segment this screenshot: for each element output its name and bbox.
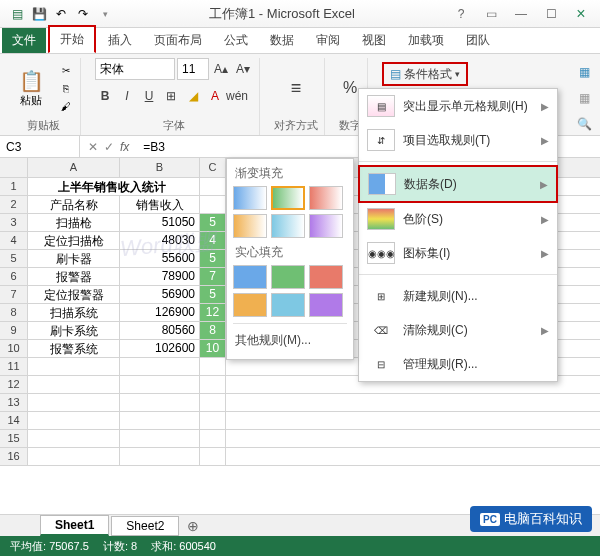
header-cell[interactable]: 产品名称 — [28, 196, 120, 213]
gradient-lightblue[interactable] — [271, 214, 305, 238]
row-header[interactable]: 7 — [0, 286, 28, 303]
tab-file[interactable]: 文件 — [2, 28, 46, 53]
font-size-select[interactable]: 11 — [177, 58, 209, 80]
decrease-font-icon[interactable]: A▾ — [233, 59, 253, 79]
solid-lightblue[interactable] — [271, 293, 305, 317]
col-header-a[interactable]: A — [28, 158, 120, 177]
row-header[interactable]: 11 — [0, 358, 28, 375]
tab-addins[interactable]: 加载项 — [398, 28, 454, 53]
cell[interactable]: 55600 — [120, 250, 200, 267]
qat-dropdown-icon[interactable]: ▾ — [96, 5, 114, 23]
row-header[interactable]: 16 — [0, 448, 28, 465]
menu-highlight-cells[interactable]: ▤ 突出显示单元格规则(H) ▶ — [359, 89, 557, 123]
help-icon[interactable]: ? — [450, 5, 472, 23]
maximize-icon[interactable]: ☐ — [540, 5, 562, 23]
cell[interactable] — [28, 430, 120, 447]
cell[interactable]: 78900 — [120, 268, 200, 285]
cell[interactable]: 126900 — [120, 304, 200, 321]
cell[interactable]: 5 — [200, 214, 226, 231]
gradient-purple[interactable] — [309, 214, 343, 238]
cell[interactable]: 扫描枪 — [28, 214, 120, 231]
fx-icon[interactable]: fx — [120, 140, 129, 154]
font-color-icon[interactable]: A — [205, 86, 225, 106]
paste-button[interactable]: 📋 粘贴 — [12, 69, 50, 108]
enter-icon[interactable]: ✓ — [104, 140, 114, 154]
sheet-tab-1[interactable]: Sheet1 — [40, 515, 109, 536]
cell[interactable]: 报警系统 — [28, 340, 120, 357]
solid-red[interactable] — [309, 265, 343, 289]
add-sheet-button[interactable]: ⊕ — [181, 516, 205, 536]
cell[interactable]: 7 — [200, 268, 226, 285]
cell[interactable] — [120, 412, 200, 429]
row-header[interactable]: 4 — [0, 232, 28, 249]
cell[interactable]: 12 — [200, 304, 226, 321]
tab-page-layout[interactable]: 页面布局 — [144, 28, 212, 53]
percent-icon[interactable]: % — [340, 78, 360, 98]
cell[interactable]: 5 — [200, 286, 226, 303]
underline-button[interactable]: U — [139, 86, 159, 106]
cell[interactable] — [200, 430, 226, 447]
font-name-select[interactable]: 宋体 — [95, 58, 175, 80]
cell[interactable] — [28, 394, 120, 411]
row-header[interactable]: 9 — [0, 322, 28, 339]
formula-input[interactable]: =B3 — [137, 140, 165, 154]
gradient-red[interactable] — [309, 186, 343, 210]
cell[interactable]: 刷卡器 — [28, 250, 120, 267]
cell[interactable]: 80560 — [120, 322, 200, 339]
close-icon[interactable]: × — [570, 5, 592, 23]
cell[interactable]: 51050 — [120, 214, 200, 231]
row-header[interactable]: 6 — [0, 268, 28, 285]
cell[interactable]: 定位扫描枪 — [28, 232, 120, 249]
cell[interactable] — [28, 358, 120, 375]
header-cell[interactable]: 销售收入 — [120, 196, 200, 213]
cell[interactable]: 刷卡系统 — [28, 322, 120, 339]
row-header[interactable]: 2 — [0, 196, 28, 213]
format-table-icon[interactable]: ▦ — [574, 62, 594, 82]
save-icon[interactable]: 💾 — [30, 5, 48, 23]
select-all-corner[interactable] — [0, 158, 28, 177]
cell[interactable] — [120, 358, 200, 375]
cell[interactable] — [200, 448, 226, 465]
cell[interactable] — [28, 448, 120, 465]
undo-icon[interactable]: ↶ — [52, 5, 70, 23]
solid-green[interactable] — [271, 265, 305, 289]
phonetic-icon[interactable]: wén — [227, 86, 247, 106]
menu-clear-rules[interactable]: ⌫ 清除规则(C) ▶ — [359, 313, 557, 347]
align-icon[interactable]: ≡ — [286, 78, 306, 98]
menu-icon-sets[interactable]: ◉◉◉ 图标集(I) ▶ — [359, 236, 557, 270]
gradient-green[interactable] — [271, 186, 305, 210]
title-cell[interactable]: 上半年销售收入统计 — [28, 178, 200, 195]
format-painter-icon[interactable]: 🖌 — [58, 98, 74, 114]
cell[interactable]: 56900 — [120, 286, 200, 303]
menu-color-scales[interactable]: 色阶(S) ▶ — [359, 202, 557, 236]
solid-orange[interactable] — [233, 293, 267, 317]
cell[interactable] — [200, 196, 226, 213]
tab-team[interactable]: 团队 — [456, 28, 500, 53]
tab-review[interactable]: 审阅 — [306, 28, 350, 53]
row-header[interactable]: 14 — [0, 412, 28, 429]
cell[interactable]: 4 — [200, 232, 226, 249]
row-header[interactable]: 15 — [0, 430, 28, 447]
border-icon[interactable]: ⊞ — [161, 86, 181, 106]
other-rules-item[interactable]: 其他规则(M)... — [233, 328, 347, 353]
ribbon-options-icon[interactable]: ▭ — [480, 5, 502, 23]
cell[interactable]: 102600 — [120, 340, 200, 357]
fill-color-icon[interactable]: ◢ — [183, 86, 203, 106]
gradient-orange[interactable] — [233, 214, 267, 238]
cell[interactable] — [120, 448, 200, 465]
col-header-b[interactable]: B — [120, 158, 200, 177]
row-header[interactable]: 5 — [0, 250, 28, 267]
row-header[interactable]: 10 — [0, 340, 28, 357]
cell[interactable]: 5 — [200, 250, 226, 267]
name-box[interactable]: C3 — [0, 136, 80, 157]
cell[interactable]: 扫描系统 — [28, 304, 120, 321]
row-header[interactable]: 13 — [0, 394, 28, 411]
row-header[interactable]: 1 — [0, 178, 28, 195]
tab-view[interactable]: 视图 — [352, 28, 396, 53]
cell-styles-icon[interactable]: ▦ — [574, 88, 594, 108]
minimize-icon[interactable]: — — [510, 5, 532, 23]
cell[interactable] — [200, 376, 226, 393]
tab-data[interactable]: 数据 — [260, 28, 304, 53]
increase-font-icon[interactable]: A▴ — [211, 59, 231, 79]
cut-icon[interactable]: ✂ — [58, 62, 74, 78]
